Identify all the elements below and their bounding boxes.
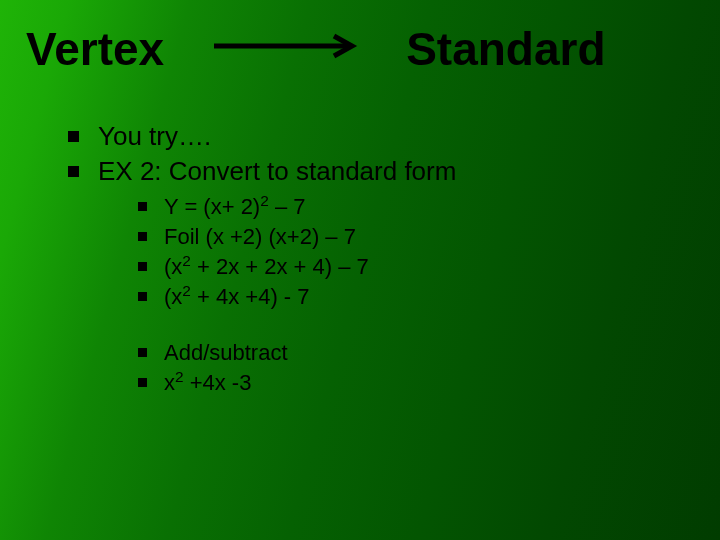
title-vertex: Vertex <box>26 22 164 76</box>
bullet-list-level2: Y = (x+ 2)2 – 7 Foil (x +2) (x+2) – 7 (x… <box>98 193 720 312</box>
superscript: 2 <box>175 368 184 385</box>
spacer <box>98 313 720 335</box>
list-item: (x2 + 4x +4) - 7 <box>138 283 720 311</box>
superscript: 2 <box>182 252 191 269</box>
bullet-text: + 2x + 2x + 4) – 7 <box>191 254 369 279</box>
title-row: Vertex Standard <box>0 0 720 76</box>
bullet-list-level1: You try…. EX 2: Convert to standard form… <box>68 120 720 397</box>
title-standard: Standard <box>406 22 605 76</box>
superscript: 2 <box>182 282 191 299</box>
arrow-icon <box>212 32 362 60</box>
slide: Vertex Standard You try…. EX 2: Convert … <box>0 0 720 540</box>
bullet-text: +4x -3 <box>184 370 252 395</box>
list-item: You try…. <box>68 120 720 153</box>
body-content: You try…. EX 2: Convert to standard form… <box>0 76 720 397</box>
list-item: Foil (x +2) (x+2) – 7 <box>138 223 720 251</box>
bullet-text: Y = (x+ 2) <box>164 194 260 219</box>
bullet-text: EX 2: Convert to standard form <box>98 156 456 186</box>
bullet-text: + 4x +4) - 7 <box>191 284 310 309</box>
list-item: Y = (x+ 2)2 – 7 <box>138 193 720 221</box>
bullet-text: Foil (x +2) (x+2) – 7 <box>164 224 356 249</box>
list-item: (x2 + 2x + 2x + 4) – 7 <box>138 253 720 281</box>
bullet-text: (x <box>164 254 182 279</box>
bullet-text: Add/subtract <box>164 340 288 365</box>
list-item: x2 +4x -3 <box>138 369 720 397</box>
superscript: 2 <box>260 191 269 208</box>
bullet-text: (x <box>164 284 182 309</box>
bullet-text: You try…. <box>98 121 211 151</box>
list-item: Add/subtract <box>138 339 720 367</box>
bullet-text: – 7 <box>269 194 306 219</box>
bullet-text: x <box>164 370 175 395</box>
bullet-list-level2: Add/subtract x2 +4x -3 <box>98 339 720 397</box>
list-item: EX 2: Convert to standard form Y = (x+ 2… <box>68 155 720 397</box>
